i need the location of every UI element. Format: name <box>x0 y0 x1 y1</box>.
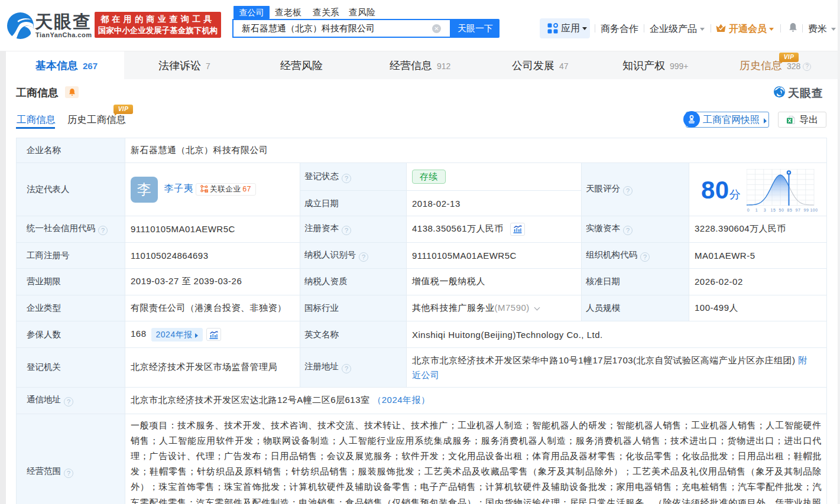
svg-text:85: 85 <box>787 208 793 212</box>
svg-text:1: 1 <box>755 208 758 212</box>
svg-text:97: 97 <box>796 208 801 212</box>
svg-text:100: 100 <box>810 208 818 212</box>
svg-text:企: 企 <box>205 189 208 193</box>
svg-text:99: 99 <box>804 208 809 212</box>
svg-text:15: 15 <box>771 208 776 212</box>
svg-text:0: 0 <box>747 208 750 212</box>
svg-text:3: 3 <box>764 208 766 212</box>
svg-text:50: 50 <box>779 208 784 212</box>
